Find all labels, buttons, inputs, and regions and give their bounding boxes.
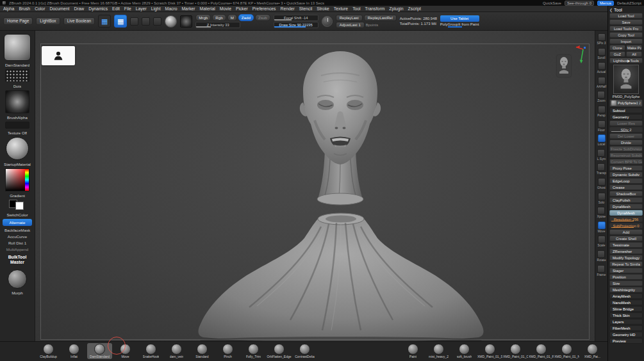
menu-item[interactable]: Tool xyxy=(352,6,360,11)
texture-thumbnail[interactable] xyxy=(5,122,29,129)
mrgb-button[interactable]: Mrgb xyxy=(195,14,211,21)
tool-button[interactable]: All xyxy=(626,51,642,57)
zsub-button[interactable]: Zsub xyxy=(255,14,270,21)
move-gyro-button[interactable] xyxy=(130,17,138,26)
left-shelf-button[interactable]: BackfaceMask xyxy=(4,228,30,232)
shelf-button[interactable]: Actual xyxy=(597,62,606,74)
tray-brush[interactable]: Paint xyxy=(400,343,425,359)
scale-gyro-button[interactable] xyxy=(142,17,150,26)
tool-panel-row[interactable]: SDiv 2 xyxy=(609,127,643,132)
stroke-thumbnail[interactable] xyxy=(5,69,29,82)
tool-button[interactable]: Load Tools Fro xyxy=(609,26,643,31)
alpha-preview[interactable] xyxy=(180,15,192,28)
tool-panel-row[interactable]: Size xyxy=(609,280,643,286)
menu-item[interactable]: Document xyxy=(49,6,69,11)
menu-item[interactable]: Marker xyxy=(181,6,195,11)
tool-panel-row[interactable]: MeshIntegrity xyxy=(609,287,643,293)
tool-panel-row[interactable]: Modify Topology xyxy=(609,255,643,261)
shelf-button[interactable]: Scale xyxy=(598,236,606,247)
tray-brush[interactable]: mist_heavy_2 xyxy=(426,343,451,359)
tool-panel-row[interactable]: Geometry HD xyxy=(609,332,643,337)
tray-brush[interactable]: XMD_Paint_01_R xyxy=(529,343,554,359)
tool-panel-row[interactable]: Tessimate xyxy=(609,242,643,248)
edit-mode-button[interactable]: ▦ xyxy=(114,15,127,28)
tray-brush[interactable]: Move xyxy=(113,343,138,359)
tray-brush[interactable]: dam_vein xyxy=(164,343,189,359)
tool-panel-row[interactable]: Thick Skin xyxy=(609,312,643,318)
shelf-button[interactable]: SPix 3 xyxy=(597,33,606,45)
tool-panel-row[interactable]: Proxy Pose xyxy=(609,165,643,171)
focal-shift-slider[interactable]: Focal Shift -14 xyxy=(274,15,318,21)
menu-item[interactable]: Macro xyxy=(165,6,178,11)
tool-panel-row[interactable]: Crease xyxy=(609,184,643,190)
menu-item[interactable]: Preferences xyxy=(252,6,276,11)
polygroupit-button[interactable]: PolyGroupIt from Paint xyxy=(440,22,479,28)
tool-button[interactable]: Lightbox▶Tools xyxy=(609,58,643,63)
tray-brush[interactable]: OrbFlatten_Edge xyxy=(267,343,292,359)
left-shelf-button[interactable]: MultiAppend xyxy=(6,247,28,252)
stroke-preview[interactable] xyxy=(165,15,177,28)
tool-panel-row[interactable]: Resolution 256 xyxy=(609,216,643,222)
tool-panel-row[interactable]: Preview xyxy=(609,338,643,344)
left-shelf-button[interactable]: AccuCurve xyxy=(8,234,27,239)
tool-button[interactable]: Save xyxy=(609,19,643,25)
alpha-thumbnail[interactable] xyxy=(5,90,29,113)
shelf-button[interactable]: Solo xyxy=(598,193,606,204)
tool-panel-row[interactable]: Freeze SubDivision xyxy=(609,146,643,152)
tool-panel-row[interactable]: EdgeLoop xyxy=(609,178,643,184)
quicksave-button[interactable]: QuickSave xyxy=(543,1,561,5)
home-page-button[interactable]: Home Page xyxy=(3,17,33,25)
tray-brush[interactable]: XMD_Paint_01_N xyxy=(554,343,579,359)
menu-item[interactable]: Render xyxy=(280,6,294,11)
tool-preview-thumbnail[interactable] xyxy=(557,55,571,77)
tool-panel-row[interactable]: DynaMesh xyxy=(609,210,643,216)
morph-thumbnail[interactable] xyxy=(8,269,27,289)
m-button[interactable]: M xyxy=(227,14,237,21)
switch-color-swatches[interactable] xyxy=(8,200,27,211)
shelf-button[interactable]: Local xyxy=(598,134,606,146)
menu-item[interactable]: Layer xyxy=(136,6,147,11)
tray-brush[interactable]: XMD_Paint_01_C xyxy=(503,343,528,359)
document-thumbnail[interactable] xyxy=(42,46,75,65)
menu-item[interactable]: Picker xyxy=(236,6,248,11)
bulktool-master-button[interactable]: BulkTool Master xyxy=(8,255,27,265)
tray-brush[interactable]: soft_brush xyxy=(452,343,477,359)
menu-item[interactable]: Draw xyxy=(74,6,84,11)
default-zscript-button[interactable]: DefaultZScript xyxy=(617,1,641,5)
tool-panel-row[interactable]: Divide xyxy=(609,140,643,145)
tray-brush[interactable]: Standard xyxy=(190,343,215,359)
sculpture-model[interactable] xyxy=(35,31,595,341)
collapse-icon[interactable]: ❮ xyxy=(609,8,613,12)
z-intensity-slider[interactable]: Z Intensity 33 xyxy=(195,22,240,28)
lightbox-button[interactable]: LightBox xyxy=(36,17,60,25)
tool-panel-header[interactable]: ❮ Tool xyxy=(609,6,643,13)
tool-panel-row[interactable]: Dynamic Subdiv xyxy=(609,172,643,177)
alternate-button[interactable]: Alternate xyxy=(3,219,32,226)
dial-knob[interactable] xyxy=(322,16,333,27)
tool-panel-row[interactable]: Repeat To Simila xyxy=(609,261,643,267)
tool-button[interactable]: Make Po xyxy=(626,45,642,51)
orientation-gizmo[interactable] xyxy=(571,44,586,67)
tool-panel-row[interactable]: Lower Res xyxy=(609,120,643,126)
menu-item[interactable]: Brush xyxy=(19,6,30,11)
tool-panel-row[interactable]: Add xyxy=(609,229,643,235)
menu-item[interactable]: File xyxy=(124,6,131,11)
tool-button[interactable]: Import xyxy=(609,38,643,44)
adjust-last-button[interactable]: AdjustLast 1 xyxy=(336,22,365,28)
left-shelf-button[interactable]: Roll Dist 1 xyxy=(8,241,26,245)
replay-last-rel-button[interactable]: ReplayLastRel xyxy=(364,15,397,21)
menu-item[interactable]: Stencil xyxy=(299,6,312,11)
menu-item[interactable]: Material xyxy=(200,6,215,11)
tray-brush[interactable]: XMD_Pai... xyxy=(580,343,605,359)
tool-panel-row[interactable]: Convert BPR To Geo xyxy=(609,159,643,164)
shelf-button[interactable]: Zoom xyxy=(597,91,605,102)
tool-panel-row[interactable]: Slime Bridge xyxy=(609,306,643,312)
menu-item[interactable]: Alpha xyxy=(3,6,14,11)
menu-item[interactable]: Transform xyxy=(365,6,385,11)
see-through-button[interactable]: See-through 0 xyxy=(565,1,594,6)
tool-panel-row[interactable]: Stager xyxy=(609,268,643,273)
tool-panel-row[interactable]: FiberMesh xyxy=(609,325,643,331)
tray-brush[interactable]: XMD_Paint_01_S xyxy=(477,343,502,359)
tray-brush[interactable]: Folly_Trim xyxy=(241,343,266,359)
tool-button[interactable]: GoZ xyxy=(609,51,625,57)
